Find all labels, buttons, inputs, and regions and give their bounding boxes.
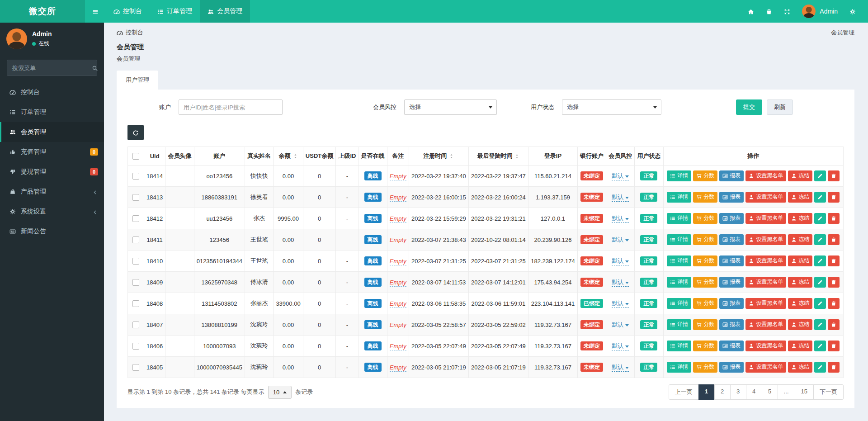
detail-button[interactable]: 详情 bbox=[667, 192, 691, 202]
edit-button[interactable] bbox=[814, 255, 826, 266]
report-button[interactable]: 报表 bbox=[719, 319, 744, 330]
home-button[interactable] bbox=[742, 0, 760, 23]
fullscreen-button[interactable] bbox=[778, 0, 796, 23]
sidebar-item-list[interactable]: 订单管理 bbox=[0, 102, 104, 122]
page-button-4[interactable]: 4 bbox=[746, 384, 762, 400]
score-button[interactable]: 分数 bbox=[693, 234, 717, 245]
row-checkbox[interactable] bbox=[132, 258, 139, 265]
column-header[interactable]: 余额 bbox=[274, 147, 303, 166]
remark-link[interactable]: Empty bbox=[390, 237, 406, 244]
detail-button[interactable]: 详情 bbox=[667, 255, 691, 266]
select-all-checkbox[interactable] bbox=[132, 153, 139, 160]
edit-button[interactable] bbox=[814, 362, 826, 372]
row-checkbox[interactable] bbox=[132, 173, 139, 180]
detail-button[interactable]: 详情 bbox=[667, 341, 691, 351]
score-button[interactable]: 分数 bbox=[693, 362, 717, 372]
score-button[interactable]: 分数 bbox=[693, 341, 717, 351]
row-checkbox[interactable] bbox=[132, 237, 139, 243]
delete-button[interactable] bbox=[828, 298, 840, 308]
row-checkbox[interactable] bbox=[132, 364, 139, 371]
risk-dropdown[interactable]: 默认 bbox=[612, 300, 629, 308]
sidebar-item-thumb-down[interactable]: 提现管理0 bbox=[0, 162, 104, 182]
remark-link[interactable]: Empty bbox=[390, 279, 406, 287]
row-checkbox[interactable] bbox=[132, 300, 139, 307]
page-button-1[interactable]: 1 bbox=[698, 384, 715, 400]
edit-button[interactable] bbox=[814, 170, 826, 181]
risk-dropdown[interactable]: 默认 bbox=[612, 194, 629, 202]
risk-dropdown[interactable]: 默认 bbox=[612, 364, 629, 372]
remark-link[interactable]: Empty bbox=[390, 194, 406, 202]
report-button[interactable]: 报表 bbox=[719, 362, 744, 372]
detail-button[interactable]: 详情 bbox=[667, 319, 691, 330]
column-header[interactable]: 最后登陆时间 bbox=[468, 147, 528, 166]
delete-button[interactable] bbox=[828, 170, 840, 181]
delete-button[interactable] bbox=[828, 319, 840, 330]
edit-button[interactable] bbox=[814, 298, 826, 308]
freeze-button[interactable]: 冻结 bbox=[788, 213, 812, 223]
remark-link[interactable]: Empty bbox=[390, 322, 406, 329]
risk-dropdown[interactable]: 默认 bbox=[612, 257, 629, 265]
remark-link[interactable]: Empty bbox=[390, 343, 406, 350]
report-button[interactable]: 报表 bbox=[719, 255, 744, 266]
detail-button[interactable]: 详情 bbox=[667, 234, 691, 245]
trash-button[interactable] bbox=[760, 0, 778, 23]
account-search-input[interactable] bbox=[179, 99, 283, 115]
report-button[interactable]: 报表 bbox=[719, 192, 744, 202]
sidebar-search-input[interactable] bbox=[12, 65, 92, 71]
detail-button[interactable]: 详情 bbox=[667, 298, 691, 308]
blacklist-button[interactable]: 设置黑名单 bbox=[745, 192, 786, 202]
sort-icon[interactable] bbox=[449, 154, 454, 159]
refresh-button[interactable]: 刷新 bbox=[767, 99, 793, 115]
remark-link[interactable]: Empty bbox=[390, 300, 406, 308]
page-button-2[interactable]: 2 bbox=[714, 384, 731, 400]
freeze-button[interactable]: 冻结 bbox=[788, 170, 812, 181]
report-button[interactable]: 报表 bbox=[719, 234, 744, 245]
blacklist-button[interactable]: 设置黑名单 bbox=[745, 255, 786, 266]
blacklist-button[interactable]: 设置黑名单 bbox=[745, 341, 786, 351]
nav-item-list[interactable]: 订单管理 bbox=[150, 0, 200, 23]
freeze-button[interactable]: 冻结 bbox=[788, 362, 812, 372]
page-button-上一页[interactable]: 上一页 bbox=[669, 384, 699, 400]
row-checkbox[interactable] bbox=[132, 279, 139, 286]
report-button[interactable]: 报表 bbox=[719, 341, 744, 351]
risk-dropdown[interactable]: 默认 bbox=[612, 279, 629, 287]
remark-link[interactable]: Empty bbox=[390, 173, 406, 180]
risk-dropdown[interactable]: 默认 bbox=[612, 215, 629, 223]
app-logo[interactable]: 微交所 bbox=[0, 0, 85, 23]
freeze-button[interactable]: 冻结 bbox=[788, 255, 812, 266]
table-reload-button[interactable] bbox=[127, 125, 144, 140]
report-button[interactable]: 报表 bbox=[719, 213, 744, 223]
blacklist-button[interactable]: 设置黑名单 bbox=[745, 234, 786, 245]
detail-button[interactable]: 详情 bbox=[667, 362, 691, 372]
edit-button[interactable] bbox=[814, 192, 826, 202]
delete-button[interactable] bbox=[828, 341, 840, 351]
status-select[interactable]: 选择 bbox=[562, 99, 661, 115]
delete-button[interactable] bbox=[828, 255, 840, 266]
score-button[interactable]: 分数 bbox=[693, 192, 717, 202]
tab-user-management[interactable]: 用户管理 bbox=[117, 71, 158, 90]
sidebar-item-bag[interactable]: 产品管理 bbox=[0, 182, 104, 202]
score-button[interactable]: 分数 bbox=[693, 213, 717, 223]
report-button[interactable]: 报表 bbox=[719, 170, 744, 181]
remark-link[interactable]: Empty bbox=[390, 364, 406, 372]
edit-button[interactable] bbox=[814, 213, 826, 223]
freeze-button[interactable]: 冻结 bbox=[788, 319, 812, 330]
row-checkbox[interactable] bbox=[132, 194, 139, 201]
score-button[interactable]: 分数 bbox=[693, 319, 717, 330]
detail-button[interactable]: 详情 bbox=[667, 170, 691, 181]
risk-dropdown[interactable]: 默认 bbox=[612, 342, 629, 350]
freeze-button[interactable]: 冻结 bbox=[788, 298, 812, 308]
delete-button[interactable] bbox=[828, 234, 840, 245]
remark-link[interactable]: Empty bbox=[390, 258, 406, 265]
risk-select[interactable]: 选择 bbox=[404, 99, 497, 115]
delete-button[interactable] bbox=[828, 362, 840, 372]
sidebar-item-users[interactable]: 会员管理 bbox=[0, 122, 104, 142]
page-button-5[interactable]: 5 bbox=[762, 384, 778, 400]
navbar-user-menu[interactable]: Admin bbox=[796, 0, 844, 23]
page-button-3[interactable]: 3 bbox=[730, 384, 746, 400]
report-button[interactable]: 报表 bbox=[719, 277, 744, 287]
score-button[interactable]: 分数 bbox=[693, 170, 717, 181]
blacklist-button[interactable]: 设置黑名单 bbox=[745, 362, 786, 372]
blacklist-button[interactable]: 设置黑名单 bbox=[745, 170, 786, 181]
score-button[interactable]: 分数 bbox=[693, 277, 717, 287]
